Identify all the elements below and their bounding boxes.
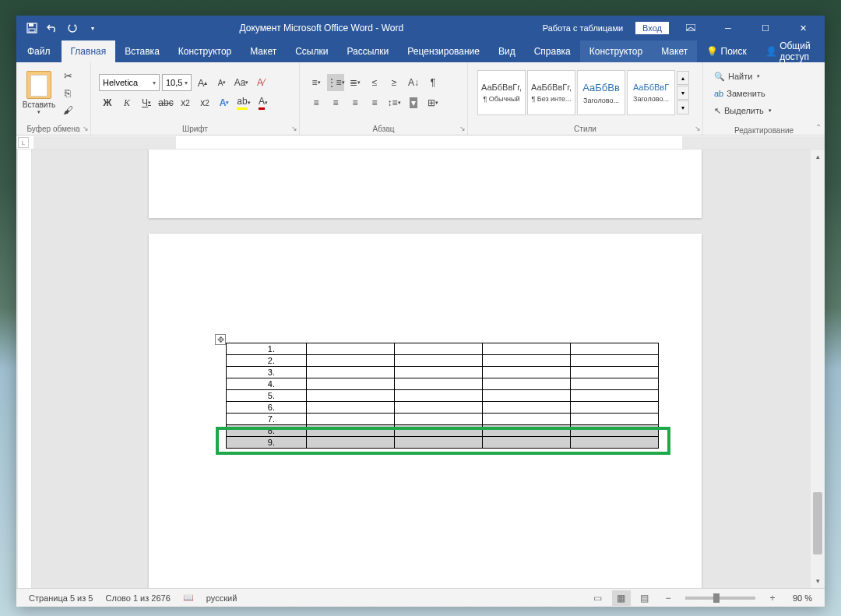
- justify-icon[interactable]: ≡: [366, 94, 383, 111]
- font-color-icon[interactable]: A▾: [255, 94, 272, 111]
- tab-table-design[interactable]: Конструктор: [580, 40, 652, 62]
- style-no-spacing[interactable]: АаБбВвГг,¶ Без инте...: [527, 70, 575, 115]
- maximize-button[interactable]: ☐: [750, 16, 781, 40]
- table-row: 2.: [227, 355, 659, 367]
- tab-layout[interactable]: Макет: [241, 40, 286, 62]
- tab-help[interactable]: Справка: [525, 40, 580, 62]
- zoom-in-icon[interactable]: +: [763, 590, 782, 606]
- tab-file[interactable]: Файл: [16, 40, 62, 62]
- shading-icon[interactable]: ▾: [405, 94, 422, 111]
- tab-home[interactable]: Главная: [62, 40, 116, 62]
- tab-design[interactable]: Конструктор: [169, 40, 241, 62]
- tab-references[interactable]: Ссылки: [286, 40, 337, 62]
- page-number-status[interactable]: Страница 5 из 5: [23, 593, 99, 603]
- spell-check-icon[interactable]: 📖: [177, 593, 200, 603]
- superscript-button[interactable]: x2: [196, 94, 213, 111]
- format-painter-icon[interactable]: 🖌: [60, 102, 76, 118]
- align-center-icon[interactable]: ≡: [327, 94, 344, 111]
- font-launcher-icon[interactable]: ↘: [291, 125, 297, 132]
- grow-font-icon[interactable]: A▴: [194, 74, 211, 91]
- subscript-button[interactable]: x2: [177, 94, 194, 111]
- clipboard-icon: [26, 71, 51, 99]
- web-layout-icon[interactable]: ▤: [635, 590, 654, 606]
- ribbon-display-options-icon[interactable]: [675, 16, 706, 40]
- find-button[interactable]: 🔍Найти▾: [714, 69, 772, 84]
- style-heading2[interactable]: АаБбВвГЗаголово...: [627, 70, 675, 115]
- qat-dropdown-icon[interactable]: ▾: [85, 20, 100, 36]
- align-right-icon[interactable]: ≡: [347, 94, 364, 111]
- line-spacing-icon[interactable]: ↕≡▾: [385, 94, 403, 111]
- redo-icon[interactable]: [65, 20, 80, 36]
- replace-button[interactable]: abЗаменить: [714, 86, 772, 101]
- style-normal[interactable]: АаБбВвГг,¶ Обычный: [477, 70, 526, 115]
- paragraph-launcher-icon[interactable]: ↘: [459, 125, 466, 132]
- vertical-scrollbar[interactable]: ▴ ▾: [811, 150, 825, 588]
- tab-insert[interactable]: Вставка: [115, 40, 169, 62]
- select-button[interactable]: ↖Выделить▾: [714, 103, 772, 118]
- align-left-icon[interactable]: ≡: [308, 94, 325, 111]
- clear-formatting-icon[interactable]: A⁄: [252, 74, 269, 91]
- style-heading1[interactable]: АаБбВвЗаголово...: [577, 70, 625, 115]
- tab-mailings[interactable]: Рассылки: [337, 40, 398, 62]
- copy-icon[interactable]: ⎘: [60, 85, 76, 100]
- scroll-thumb[interactable]: [813, 492, 822, 554]
- numbering-icon[interactable]: ⋮≡▾: [327, 74, 344, 91]
- print-layout-icon[interactable]: ▦: [612, 590, 631, 606]
- bullets-icon[interactable]: ≡▾: [308, 74, 325, 91]
- vertical-ruler[interactable]: [18, 150, 32, 588]
- font-name-combo[interactable]: Helvetica▾: [99, 74, 160, 91]
- increase-indent-icon[interactable]: ≥: [385, 74, 403, 91]
- save-icon[interactable]: [24, 20, 40, 36]
- word-count-status[interactable]: Слово 1 из 2676: [99, 593, 176, 603]
- read-mode-icon[interactable]: ▭: [589, 590, 607, 606]
- styles-more-icon[interactable]: ▾: [677, 100, 689, 114]
- find-icon: 🔍: [714, 72, 725, 82]
- paste-button[interactable]: Вставить ▾: [21, 71, 57, 115]
- horizontal-ruler[interactable]: L: [16, 136, 825, 150]
- search-button[interactable]: 💡 Поиск: [697, 40, 756, 62]
- undo-icon[interactable]: [44, 20, 60, 36]
- language-status[interactable]: русский: [200, 593, 243, 603]
- table-move-handle-icon[interactable]: ✥: [215, 334, 226, 345]
- italic-button[interactable]: К: [118, 94, 135, 111]
- share-button[interactable]: 👤 Общий доступ: [756, 40, 825, 62]
- document-table[interactable]: 1. 2. 3. 4. 5. 6. 7. 8. 9.: [226, 343, 659, 449]
- clipboard-launcher-icon[interactable]: ↘: [83, 125, 89, 132]
- cut-icon[interactable]: ✂: [60, 68, 76, 83]
- zoom-slider[interactable]: [685, 597, 755, 600]
- underline-button[interactable]: Ч▾: [138, 94, 155, 111]
- table-row: 5.: [227, 390, 659, 402]
- styles-group-label: Стили: [574, 125, 596, 133]
- decrease-indent-icon[interactable]: ≤: [366, 74, 383, 91]
- change-case-icon[interactable]: Aa▾: [233, 74, 250, 91]
- collapse-ribbon-icon[interactable]: ⌃: [815, 123, 822, 132]
- sign-in-button[interactable]: Вход: [635, 22, 669, 34]
- bold-button[interactable]: Ж: [99, 94, 116, 111]
- scroll-down-icon[interactable]: ▾: [811, 574, 825, 588]
- styles-scroll-up-icon[interactable]: ▴: [677, 71, 689, 85]
- close-button[interactable]: ✕: [787, 16, 818, 40]
- zoom-level[interactable]: 90 %: [786, 593, 818, 603]
- tab-selector-icon[interactable]: L: [18, 137, 29, 148]
- tab-table-layout[interactable]: Макет: [652, 40, 697, 62]
- shrink-font-icon[interactable]: A▾: [213, 74, 230, 91]
- page[interactable]: ✥ 1. 2. 3. 4. 5. 6. 7. 8. 9.: [149, 234, 702, 588]
- show-paragraph-marks-icon[interactable]: ¶: [424, 74, 442, 91]
- tab-review[interactable]: Рецензирование: [398, 40, 489, 62]
- highlight-color-icon[interactable]: ab▾: [235, 94, 252, 111]
- text-effects-icon[interactable]: A▾: [216, 94, 233, 111]
- minimize-button[interactable]: ─: [713, 16, 744, 40]
- previous-page[interactable]: [149, 150, 702, 218]
- multilevel-list-icon[interactable]: ≣▾: [347, 74, 364, 91]
- font-size-combo[interactable]: 10,5▾: [162, 74, 192, 91]
- scroll-up-icon[interactable]: ▴: [811, 150, 825, 164]
- tab-view[interactable]: Вид: [489, 40, 525, 62]
- styles-scroll-down-icon[interactable]: ▾: [677, 86, 689, 100]
- strikethrough-button[interactable]: abc: [157, 94, 174, 111]
- zoom-out-icon[interactable]: −: [659, 590, 677, 606]
- document-title: Документ Microsoft Office Word - Word: [100, 23, 543, 33]
- sort-icon[interactable]: A↓: [405, 74, 422, 91]
- borders-icon[interactable]: ⊞▾: [424, 94, 442, 111]
- svg-rect-2: [29, 29, 35, 32]
- styles-launcher-icon[interactable]: ↘: [695, 125, 701, 132]
